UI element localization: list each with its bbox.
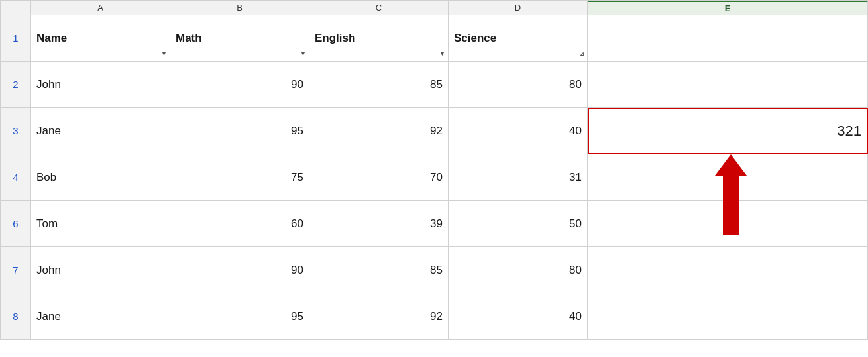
row-num-4: 4 xyxy=(1,154,31,201)
header-name[interactable]: Name ▼ xyxy=(31,15,170,62)
cell-E2[interactable] xyxy=(588,62,868,108)
filter-icon-science[interactable]: ⊿ xyxy=(580,51,584,57)
cell-B2[interactable]: 90 xyxy=(170,62,309,108)
cell-C7[interactable]: 85 xyxy=(309,247,449,293)
cell-E7[interactable] xyxy=(588,247,868,293)
row-num-1: 1 xyxy=(1,15,31,62)
header-science[interactable]: Science ⊿ xyxy=(449,15,588,62)
cell-B6[interactable]: 60 xyxy=(170,201,309,247)
cell-D4[interactable]: 31 xyxy=(449,154,588,201)
cell-B7[interactable]: 90 xyxy=(170,247,309,293)
row-num-7: 7 xyxy=(1,247,31,293)
row-num-6: 6 xyxy=(1,201,31,247)
cell-A4[interactable]: Bob xyxy=(31,154,170,201)
corner-header xyxy=(1,1,31,15)
cell-C2[interactable]: 85 xyxy=(309,62,449,108)
cell-A6[interactable]: Tom xyxy=(31,201,170,247)
header-english[interactable]: English ▼ xyxy=(309,15,449,62)
row-num-3: 3 xyxy=(1,108,31,154)
up-arrow-annotation xyxy=(715,154,747,235)
filter-icon-english[interactable]: ▼ xyxy=(439,50,445,57)
cell-B3[interactable]: 95 xyxy=(170,108,309,154)
cell-C3[interactable]: 92 xyxy=(309,108,449,154)
arrow-stem xyxy=(723,176,739,235)
col-header-B[interactable]: B xyxy=(170,1,309,15)
row-num-8: 8 xyxy=(1,293,31,340)
header-math[interactable]: Math ▼ xyxy=(170,15,309,62)
col-header-E[interactable]: E xyxy=(588,1,868,15)
cell-E3[interactable]: 321 xyxy=(588,108,868,154)
cell-A3[interactable]: Jane xyxy=(31,108,170,154)
col-header-A[interactable]: A xyxy=(31,1,170,15)
cell-D6[interactable]: 50 xyxy=(449,201,588,247)
arrow-head xyxy=(715,154,747,176)
row-num-2: 2 xyxy=(1,62,31,108)
cell-C6[interactable]: 39 xyxy=(309,201,449,247)
cell-B4[interactable]: 75 xyxy=(170,154,309,201)
cell-A8[interactable]: Jane xyxy=(31,293,170,340)
cell-D7[interactable]: 80 xyxy=(449,247,588,293)
cell-A7[interactable]: John xyxy=(31,247,170,293)
filter-icon-math[interactable]: ▼ xyxy=(300,50,306,57)
filter-icon-name[interactable]: ▼ xyxy=(161,50,167,57)
cell-A2[interactable]: John xyxy=(31,62,170,108)
header-e xyxy=(588,15,868,62)
cell-D3[interactable]: 40 xyxy=(449,108,588,154)
cell-C8[interactable]: 92 xyxy=(309,293,449,340)
col-header-D[interactable]: D xyxy=(449,1,588,15)
cell-C4[interactable]: 70 xyxy=(309,154,449,201)
cell-D8[interactable]: 40 xyxy=(449,293,588,340)
cell-B8[interactable]: 95 xyxy=(170,293,309,340)
col-header-C[interactable]: C xyxy=(309,1,449,15)
cell-D2[interactable]: 80 xyxy=(449,62,588,108)
cell-E8[interactable] xyxy=(588,293,868,340)
